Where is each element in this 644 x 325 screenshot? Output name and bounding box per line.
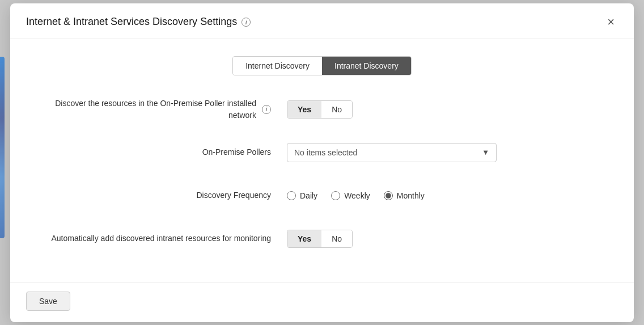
- on-premise-pollers-label: On-Premise Pollers: [26, 146, 287, 158]
- auto-add-yes-btn[interactable]: Yes: [287, 230, 321, 247]
- discover-resources-yes-btn[interactable]: Yes: [287, 101, 321, 118]
- modal-overlay: Internet & Intranet Services Discovery S…: [0, 0, 644, 325]
- discover-resources-label: Discover the resources in the On-Premise…: [26, 98, 287, 121]
- frequency-monthly-radio[interactable]: [384, 191, 393, 200]
- frequency-daily-label[interactable]: Daily: [287, 191, 317, 200]
- discover-resources-no-btn[interactable]: No: [321, 101, 352, 118]
- discovery-frequency-control: Daily Weekly Monthly: [287, 191, 618, 200]
- tab-group: Internet Discovery Intranet Discovery: [232, 56, 412, 75]
- on-premise-pollers-value: No items selected: [294, 148, 357, 157]
- discovery-frequency-radio-group: Daily Weekly Monthly: [287, 191, 618, 200]
- frequency-weekly-text: Weekly: [344, 191, 370, 200]
- on-premise-pollers-control: No items selected ▼: [287, 143, 618, 162]
- left-bar-decoration: [0, 57, 5, 238]
- on-premise-pollers-row: On-Premise Pollers No items selected ▼: [26, 139, 618, 166]
- auto-add-label: Automatically add discovered intranet re…: [26, 233, 287, 244]
- frequency-daily-text: Daily: [300, 191, 317, 200]
- modal-title: Internet & Intranet Services Discovery S…: [26, 16, 251, 28]
- discover-resources-yes-no: Yes No: [287, 100, 353, 119]
- discover-resources-row: Discover the resources in the On-Premise…: [26, 96, 618, 123]
- frequency-weekly-radio[interactable]: [331, 191, 340, 200]
- dropdown-arrow-icon: ▼: [482, 148, 489, 157]
- modal-footer: Save: [10, 282, 634, 322]
- discovery-frequency-label: Discovery Frequency: [26, 189, 287, 201]
- frequency-monthly-text: Monthly: [397, 191, 425, 200]
- auto-add-control: Yes No: [287, 230, 618, 248]
- tab-internet-discovery[interactable]: Internet Discovery: [233, 57, 322, 75]
- close-button[interactable]: ×: [604, 15, 618, 29]
- title-info-icon[interactable]: i: [242, 18, 251, 27]
- frequency-daily-radio[interactable]: [287, 191, 296, 200]
- auto-add-row: Automatically add discovered intranet re…: [26, 225, 618, 252]
- discover-resources-info-icon[interactable]: i: [262, 105, 271, 114]
- tab-intranet-discovery[interactable]: Intranet Discovery: [322, 57, 411, 75]
- discovery-settings-modal: Internet & Intranet Services Discovery S…: [10, 3, 634, 322]
- discovery-frequency-row: Discovery Frequency Daily Weekly: [26, 182, 618, 209]
- frequency-monthly-label[interactable]: Monthly: [384, 191, 425, 200]
- frequency-weekly-label[interactable]: Weekly: [331, 191, 370, 200]
- discover-resources-control: Yes No: [287, 100, 618, 119]
- auto-add-yes-no: Yes No: [287, 230, 353, 248]
- tab-row: Internet Discovery Intranet Discovery: [26, 56, 618, 75]
- modal-body: Internet Discovery Intranet Discovery Di…: [10, 39, 634, 282]
- modal-header: Internet & Intranet Services Discovery S…: [10, 3, 634, 39]
- modal-title-text: Internet & Intranet Services Discovery S…: [26, 16, 237, 28]
- on-premise-pollers-dropdown[interactable]: No items selected ▼: [287, 143, 497, 162]
- save-button[interactable]: Save: [26, 292, 70, 311]
- auto-add-no-btn[interactable]: No: [321, 230, 352, 247]
